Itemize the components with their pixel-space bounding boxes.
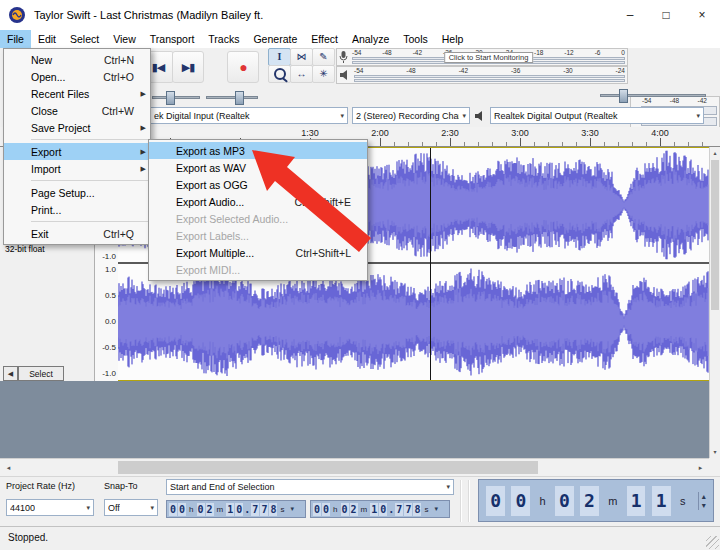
audacity-logo-icon [8, 6, 26, 24]
selection-tool[interactable]: I [268, 48, 291, 66]
menu-edit[interactable]: Edit [31, 30, 63, 48]
menu-item-page-setup[interactable]: Page Setup... [4, 184, 150, 201]
menu-separator [31, 221, 148, 222]
timeline-label: 2:30 [441, 128, 459, 138]
microphone-icon [339, 50, 348, 64]
zoom-tool[interactable] [268, 65, 291, 83]
menu-effect[interactable]: Effect [304, 30, 345, 48]
channels-select[interactable]: 2 (Stereo) Recording Chann [352, 107, 470, 124]
menu-transport[interactable]: Transport [143, 30, 202, 48]
menu-select[interactable]: Select [63, 30, 106, 48]
resize-grip[interactable] [706, 536, 719, 549]
menu-item-recent-files[interactable]: Recent Files▶ [4, 85, 150, 102]
menu-item-export-midi[interactable]: Export MIDI... [149, 261, 367, 278]
menu-analyze[interactable]: Analyze [345, 30, 396, 48]
output-device-select[interactable]: Realtek Digital Output (Realtek [490, 107, 704, 124]
selection-mode-select[interactable]: Start and End of Selection [166, 479, 454, 495]
menu-item-exit[interactable]: ExitCtrl+Q [4, 225, 150, 242]
envelope-tool[interactable]: ⋈ [290, 48, 313, 66]
horizontal-scroll-thumb[interactable] [118, 461, 538, 474]
menu-item-export-as-ogg[interactable]: Export as OGG [149, 176, 367, 193]
snap-select[interactable]: Off [104, 499, 158, 516]
menu-help[interactable]: Help [435, 30, 471, 48]
project-rate-label: Project Rate (Hz) [6, 481, 75, 491]
menu-item-export-multiple[interactable]: Export Multiple...Ctrl+Shift+L [149, 244, 367, 261]
menubar: FileEditSelectViewTransportTracksGenerat… [0, 30, 720, 49]
menu-item-export[interactable]: Export▶ [4, 143, 150, 160]
maximize-button[interactable]: □ [648, 0, 684, 30]
amplitude-label: 0.5 [105, 292, 116, 300]
collapse-button[interactable]: ◀ [3, 366, 18, 381]
menu-file[interactable]: File [0, 30, 31, 48]
skip-start-icon: ▮◀ [152, 61, 165, 74]
vertical-scroll-thumb[interactable] [711, 160, 719, 310]
export-submenu: Export as MP3Export as WAVExport as OGGE… [148, 139, 368, 281]
input-device-select[interactable]: ek Digital Input (Realtek [150, 107, 348, 124]
record-icon: ● [239, 59, 246, 75]
menu-separator [31, 180, 148, 181]
timeline-label: 2:00 [371, 128, 389, 138]
draw-tool[interactable]: ✎ [312, 48, 335, 66]
scroll-right-icon[interactable]: ▸ [692, 459, 709, 476]
menu-item-save-project[interactable]: Save Project▶ [4, 119, 150, 136]
selection-end-field[interactable]: 00h02m10.778s [310, 500, 450, 518]
channels-value: 2 (Stereo) Recording Chann [356, 111, 459, 121]
slider-thumb[interactable] [166, 91, 175, 105]
menu-item-export-labels[interactable]: Export Labels... [149, 227, 367, 244]
menu-separator [31, 139, 148, 140]
menu-tools[interactable]: Tools [396, 30, 435, 48]
recording-meter[interactable]: -54-48-42-36-30-24-18-12-60 Click to Sta… [336, 48, 628, 66]
scrollbar-corner [709, 458, 720, 476]
menu-tracks[interactable]: Tracks [201, 30, 246, 48]
selection-start-field[interactable]: 00h02m10.778s [166, 500, 306, 518]
menu-generate[interactable]: Generate [246, 30, 304, 48]
menu-item-open[interactable]: Open...Ctrl+O [4, 68, 150, 85]
scroll-up-icon[interactable]: ▴ [710, 147, 720, 159]
menu-item-import[interactable]: Import▶ [4, 160, 150, 177]
scroll-left-icon[interactable]: ◂ [0, 459, 17, 476]
status-bar: Stopped. [0, 526, 720, 550]
speaker-icon [339, 68, 350, 82]
recording-volume-slider[interactable] [152, 90, 200, 104]
draw-tool-icon: ✎ [319, 52, 327, 62]
minimize-button[interactable]: – [612, 0, 648, 30]
timeshift-tool[interactable]: ↔ [290, 65, 313, 83]
amplitude-label: 1.0 [105, 266, 116, 274]
playback-speed-slider[interactable] [600, 88, 706, 102]
scroll-down-icon[interactable]: ▾ [710, 446, 720, 458]
record-button[interactable]: ● [227, 51, 259, 83]
timeline-label: 3:30 [581, 128, 599, 138]
skip-end-button[interactable]: ▶▮ [172, 51, 204, 83]
menu-item-export-as-mp3[interactable]: Export as MP3 [149, 142, 367, 159]
amplitude-label: 0.0 [105, 318, 116, 326]
waveform-right-channel[interactable] [118, 264, 709, 380]
slider-thumb[interactable] [235, 91, 244, 105]
empty-track-space [0, 381, 709, 458]
menu-item-export-as-wav[interactable]: Export as WAV [149, 159, 367, 176]
skip-end-icon: ▶▮ [182, 61, 195, 74]
playback-meter[interactable]: -54-48-42-36-30-24 [336, 66, 628, 84]
slider-thumb[interactable] [619, 89, 628, 103]
monitor-label[interactable]: Click to Start Monitoring [444, 52, 534, 63]
vertical-scrollbar[interactable]: ▴ ▾ [709, 147, 720, 458]
playback-volume-slider[interactable] [206, 90, 258, 104]
titlebar: Taylor Swift - Last Christmas (Madilyn B… [0, 0, 720, 30]
menu-item-new[interactable]: NewCtrl+N [4, 51, 150, 68]
close-button[interactable]: × [684, 0, 720, 30]
project-rate-select[interactable]: 44100 [6, 499, 94, 516]
select-button[interactable]: Select [18, 366, 64, 381]
menu-item-export-audio[interactable]: Export Audio...Ctrl+Shift+E [149, 193, 367, 210]
horizontal-scrollbar[interactable]: ◂ ▸ [0, 458, 709, 476]
menu-item-export-selected-audio[interactable]: Export Selected Audio... [149, 210, 367, 227]
menu-item-print[interactable]: Print... [4, 201, 150, 218]
snap-to-label: Snap-To [104, 481, 138, 491]
playback-meter-scale: -54-48-42-36-30-24 [352, 67, 627, 74]
menu-view[interactable]: View [106, 30, 143, 48]
window-title: Taylor Swift - Last Christmas (Madilyn B… [34, 9, 263, 21]
multi-tool-icon: ✳ [319, 69, 327, 79]
multi-tool[interactable]: ✳ [312, 65, 335, 83]
menu-item-close[interactable]: CloseCtrl+W [4, 102, 150, 119]
audacity-window: Taylor Swift - Last Christmas (Madilyn B… [0, 0, 720, 550]
project-rate-value: 44100 [10, 503, 35, 513]
audio-position-display[interactable]: 00h02m11s [478, 479, 714, 522]
